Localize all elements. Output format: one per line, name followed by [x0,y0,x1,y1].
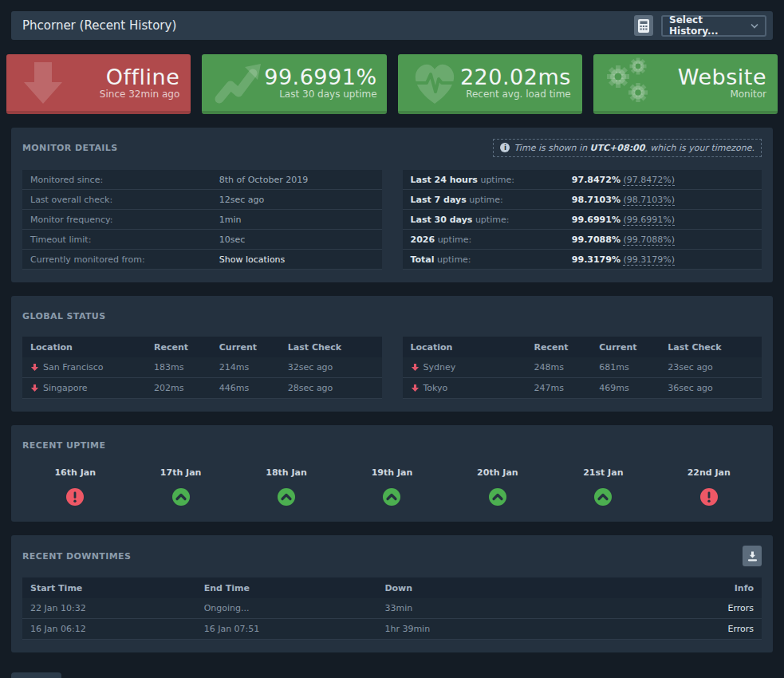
uptime-day: 17th Jan [128,467,233,509]
uptime-day: 16th Jan [22,467,128,509]
history-select[interactable]: Select History... [661,15,766,37]
recent-downtimes-panel: RECENT DOWNTIMES Start Time End Time Dow… [11,535,773,652]
status-card-type: Website Monitor [593,54,778,114]
show-locations-link[interactable]: Show locations [219,254,286,265]
status-up-icon[interactable] [278,488,295,506]
trend-up-icon [213,57,264,108]
uptime-alt-value[interactable]: (98.7103%) [623,195,675,206]
table-row: Timeout limit:10sec [22,230,382,250]
card-loadtime-subtitle: Recent avg. load time [460,89,571,101]
location-down-arrow-icon [411,384,420,392]
info-icon: i [500,143,510,152]
card-loadtime-value: 220.02ms [460,65,571,89]
card-status-value: Offline [100,65,179,89]
card-status-subtitle: Since 32min ago [100,89,179,101]
table-row: Currently monitored from:Show locations [22,250,382,270]
status-up-icon[interactable] [489,488,506,506]
global-status-table-left: Location Recent Current Last Check San F… [22,337,382,399]
uptime-alt-value[interactable]: (97.8472%) [623,175,675,186]
table-row: Singapore 202ms 446ms 28sec ago [22,378,382,399]
uptime-day: 20th Jan [445,467,550,509]
table-row: Last 7 days uptime:98.7103% (98.7103%) [403,190,762,210]
tab-tyo[interactable]: TYO [241,672,301,678]
errors-link[interactable]: Errors [645,624,754,634]
location-down-arrow-icon [30,384,39,392]
heartbeat-icon [409,57,460,108]
chevron-down-icon [751,23,758,29]
table-header: Location Recent Current Last Check [403,337,762,357]
table-row: 2026 uptime:99.7088% (99.7088%) [403,230,762,250]
status-up-icon[interactable] [383,488,400,506]
header-bar: Phcorner (Recent History) Select History… [11,11,773,40]
table-header: Location Recent Current Last Check [22,337,382,357]
uptime-alt-value[interactable]: (99.7088%) [623,235,675,246]
tab-sgp[interactable]: SGP [121,672,181,678]
download-icon [747,551,758,562]
tab-all[interactable]: All [11,672,61,678]
table-row: 16 Jan 06:12 16 Jan 07:51 1hr 39min Erro… [22,619,762,640]
status-card-offline: Offline Since 32min ago [6,54,191,114]
history-select-value: Select History... [669,14,751,37]
location-tab-bar: All SFO SGP SYD TYO [11,672,773,678]
errors-link[interactable]: Errors [645,603,754,613]
calculator-icon [638,19,649,33]
card-uptime-value: 99.6991% [264,65,376,89]
tab-sfo[interactable]: SFO [61,672,121,678]
global-status-title: GLOBAL STATUS [22,311,106,321]
global-status-table-right: Location Recent Current Last Check Sydne… [403,337,762,399]
recent-uptime-title: RECENT UPTIME [22,440,105,451]
global-status-panel: GLOBAL STATUS Location Recent Current La… [11,296,773,412]
table-row: Last 24 hours uptime:97.8472% (97.8472%) [403,170,762,190]
status-down-icon[interactable] [66,488,84,506]
status-down-icon[interactable] [700,488,718,506]
uptime-alt-value[interactable]: (99.3179%) [623,254,675,266]
page-title: Phcorner (Recent History) [22,18,176,33]
card-type-value: Website [678,65,766,89]
table-header: Start Time End Time Down Info [22,577,762,598]
card-uptime-subtitle: Last 30 days uptime [264,89,376,101]
table-row: Tokyo 247ms 469ms 36sec ago [403,378,762,399]
status-card-uptime: 99.6991% Last 30 days uptime [202,54,386,114]
location-down-arrow-icon [30,363,39,372]
monitor-info-table: Monitored since:8th of October 2019 Last… [22,170,382,270]
uptime-alt-value[interactable]: (99.6991%) [623,215,675,226]
recent-downtimes-title: RECENT DOWNTIMES [22,551,131,562]
calculator-button[interactable] [634,15,653,36]
table-row: Sydney 248ms 681ms 23sec ago [403,357,762,378]
table-row: 22 Jan 10:32 Ongoing... 33min Errors [22,598,762,619]
table-row: Last overall check:12sec ago [22,190,382,210]
status-cards: Offline Since 32min ago 99.6991% Last 30… [6,54,778,114]
timezone-note: i Time is shown in UTC+08:00, which is y… [493,139,762,157]
status-up-icon[interactable] [594,488,612,506]
timezone-value: UTC+08:00 [590,143,645,153]
uptime-day: 18th Jan [234,467,339,509]
arrow-down-icon [18,57,69,108]
recent-uptime-panel: RECENT UPTIME 16th Jan 17th Jan 18th Jan… [11,425,773,522]
uptime-stats-table: Last 24 hours uptime:97.8472% (97.8472%)… [403,170,762,270]
location-down-arrow-icon [411,363,420,372]
monitor-details-title: MONITOR DETAILS [22,143,118,153]
table-row: Total uptime:99.3179% (99.3179%) [403,250,762,270]
card-type-subtitle: Monitor [678,89,766,101]
monitor-details-panel: MONITOR DETAILS i Time is shown in UTC+0… [11,128,773,282]
export-button[interactable] [743,546,762,566]
status-card-loadtime: 220.02ms Recent avg. load time [398,54,582,114]
table-row: Monitored since:8th of October 2019 [22,170,382,190]
uptime-day: 19th Jan [339,467,444,509]
table-row: San Francisco 183ms 214ms 32sec ago [22,357,382,378]
status-up-icon[interactable] [172,488,190,506]
downtimes-table: Start Time End Time Down Info 22 Jan 10:… [22,577,762,640]
gears-icon [605,57,656,108]
tab-syd[interactable]: SYD [181,672,241,678]
table-row: Last 30 days uptime:99.6991% (99.6991%) [403,210,762,230]
uptime-day: 21st Jan [550,467,656,509]
table-row: Monitor frequency:1min [22,210,382,230]
uptime-day: 22nd Jan [656,467,762,509]
recent-uptime-days: 16th Jan 17th Jan 18th Jan 19th Jan 20th… [22,467,762,509]
